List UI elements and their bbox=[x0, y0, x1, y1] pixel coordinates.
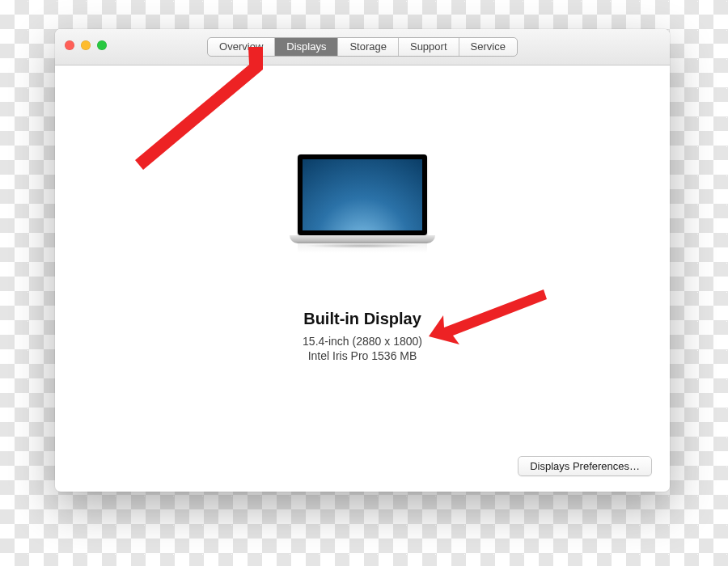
display-resolution: 15.4-inch (2880 x 1800) bbox=[55, 335, 670, 348]
display-name: Built-in Display bbox=[55, 310, 670, 328]
content-area: Built-in Display 15.4-inch (2880 x 1800)… bbox=[55, 65, 670, 492]
laptop-icon bbox=[290, 154, 435, 253]
close-button[interactable] bbox=[65, 40, 74, 50]
window-controls bbox=[65, 40, 107, 50]
display-info: Built-in Display 15.4-inch (2880 x 1800)… bbox=[55, 310, 670, 364]
zoom-button[interactable] bbox=[97, 40, 107, 50]
minimize-button[interactable] bbox=[81, 40, 91, 50]
displays-preferences-button[interactable]: Displays Preferences… bbox=[518, 456, 652, 476]
window-titlebar: Overview Displays Storage Support Servic… bbox=[55, 29, 670, 65]
display-gpu: Intel Iris Pro 1536 MB bbox=[55, 349, 670, 362]
tab-overview[interactable]: Overview bbox=[208, 38, 275, 56]
tab-service[interactable]: Service bbox=[459, 38, 517, 56]
about-this-mac-window: Overview Displays Storage Support Servic… bbox=[55, 29, 670, 492]
tab-bar: Overview Displays Storage Support Servic… bbox=[207, 37, 518, 57]
tab-support[interactable]: Support bbox=[399, 38, 459, 56]
tab-displays[interactable]: Displays bbox=[275, 38, 338, 56]
tab-storage[interactable]: Storage bbox=[338, 38, 399, 56]
